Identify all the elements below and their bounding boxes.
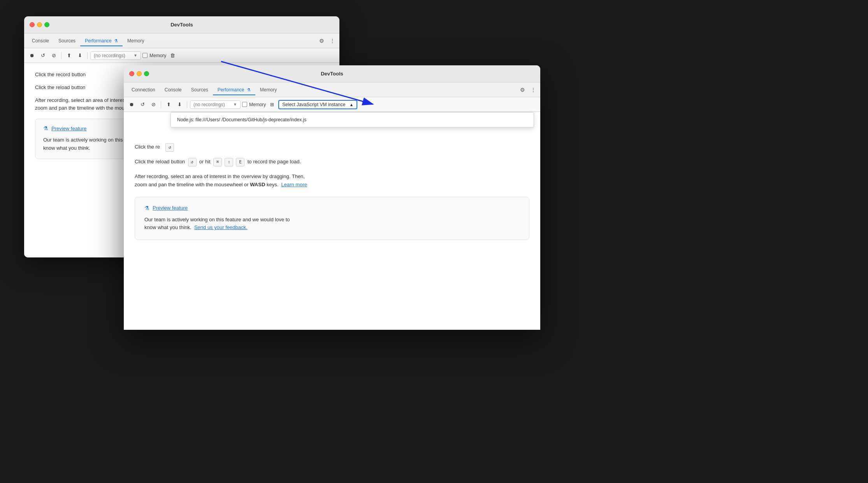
tab-performance-bg[interactable]: Performance ⚗ — [80, 36, 123, 46]
titlebar-bg: DevTools — [24, 16, 339, 33]
toolbar-fg: ⏺ ↺ ⊘ ⬆ ⬇ (no recordings) ▼ Memory ⊞ Sel… — [124, 97, 540, 112]
feedback-link[interactable]: Send us your feedback. — [194, 224, 248, 230]
minimize-button-fg[interactable] — [137, 71, 142, 76]
preview-text-fg: Our team is actively working on this fea… — [144, 216, 520, 232]
titlebar-fg: DevTools — [124, 65, 540, 82]
separator-2-bg — [87, 52, 88, 59]
tab-console-fg[interactable]: Console — [160, 85, 186, 95]
preview-flask-icon-fg: ⚗ — [144, 205, 149, 211]
separator-1-bg — [61, 52, 61, 59]
cancel-button-bg[interactable]: ⊘ — [49, 51, 58, 60]
tab-memory-fg[interactable]: Memory — [255, 85, 281, 95]
preview-title-bg[interactable]: Preview feature — [51, 126, 86, 131]
more-icon-bg[interactable]: ⋮ — [329, 37, 336, 45]
tab-sources-bg[interactable]: Sources — [54, 36, 80, 46]
dropdown-arrow-fg: ▼ — [233, 102, 237, 107]
content-fg: Click the re ↺ Click the reload button ↺… — [124, 112, 540, 330]
tabbar-right-fg: ⚙ ⋮ — [518, 86, 537, 94]
memory-checkbox-fg[interactable]: Memory — [242, 102, 266, 107]
vm-arrow-icon: ▲ — [349, 102, 353, 107]
vm-select-button[interactable]: Select JavaScript VM instance ▲ — [278, 100, 357, 109]
recordings-dropdown-bg[interactable]: (no recordings) ▼ — [90, 51, 141, 60]
maximize-button-bg[interactable] — [44, 22, 49, 27]
preview-title-fg[interactable]: Preview feature — [153, 205, 188, 211]
flask-icon-performance-fg: ⚗ — [247, 88, 251, 92]
separator-2-fg — [187, 101, 187, 108]
kbd-reload-fg: ↺ — [165, 143, 174, 152]
tabbar-fg: Connection Console Sources Performance ⚗… — [124, 82, 540, 97]
instruction-1-fg: Click the re ↺ — [135, 143, 529, 152]
more-icon-fg[interactable]: ⋮ — [529, 86, 537, 94]
toolbar-wrapper-fg: ⏺ ↺ ⊘ ⬆ ⬇ (no recordings) ▼ Memory ⊞ Sel… — [124, 97, 540, 112]
upload-button-fg[interactable]: ⬆ — [164, 100, 173, 109]
checkbox-fg[interactable] — [242, 102, 247, 107]
tab-connection-fg[interactable]: Connection — [127, 85, 160, 95]
toolbar-bg: ⏺ ↺ ⊘ ⬆ ⬇ (no recordings) ▼ Memory 🗑 — [24, 48, 339, 63]
memory-checkbox-bg[interactable]: Memory — [142, 53, 166, 58]
download-button-bg[interactable]: ⬇ — [75, 51, 84, 60]
tab-memory-bg[interactable]: Memory — [123, 36, 149, 46]
record-button-fg[interactable]: ⏺ — [127, 100, 136, 109]
traffic-lights-fg — [129, 71, 149, 76]
preview-header-fg: ⚗ Preview feature — [144, 205, 520, 211]
upload-button-bg[interactable]: ⬆ — [64, 51, 74, 60]
preview-box-fg: ⚗ Preview feature Our team is actively w… — [135, 197, 529, 240]
tabbar-bg: Console Sources Performance ⚗ Memory ⚙ ⋮ — [24, 33, 339, 48]
separator-1-fg — [161, 101, 161, 108]
window-title-fg: DevTools — [321, 71, 343, 77]
cancel-button-fg[interactable]: ⊘ — [149, 100, 158, 109]
tab-console-bg[interactable]: Console — [27, 36, 54, 46]
close-button-fg[interactable] — [129, 71, 134, 76]
window-title-bg: DevTools — [170, 22, 193, 28]
maximize-button-fg[interactable] — [144, 71, 149, 76]
instruction-2-fg: Click the reload button ↺ or hit ⌘ ⇧ E t… — [135, 158, 529, 166]
kbd-shortcut-fg: ↺ — [188, 158, 197, 166]
kbd-e-fg: E — [236, 158, 244, 166]
gear-icon-fg[interactable]: ⚙ — [518, 86, 526, 94]
record-button-bg[interactable]: ⏺ — [27, 51, 37, 60]
reload-button-fg[interactable]: ↺ — [138, 100, 147, 109]
devtools-body-fg: Connection Console Sources Performance ⚗… — [124, 82, 540, 330]
instruction-3-fg: After recording, select an area of inter… — [135, 173, 529, 189]
tabbar-right-bg: ⚙ ⋮ — [318, 37, 336, 45]
flask-icon-bg: ⚗ — [114, 38, 118, 43]
tab-performance-fg[interactable]: Performance ⚗ — [213, 85, 255, 95]
recordings-dropdown-fg[interactable]: (no recordings) ▼ — [190, 100, 241, 109]
traffic-lights-bg — [30, 22, 49, 27]
preview-flask-icon-bg: ⚗ — [43, 125, 48, 131]
vm-dropdown-menu[interactable]: Node.js: file:///Users/ /Documents/GitHu… — [170, 112, 534, 128]
close-button-bg[interactable] — [30, 22, 35, 27]
vm-dropdown-item[interactable]: Node.js: file:///Users/ /Documents/GitHu… — [171, 114, 534, 126]
checkbox-bg[interactable] — [142, 53, 148, 58]
gear-icon-bg[interactable]: ⚙ — [318, 37, 325, 45]
tab-sources-fg[interactable]: Sources — [186, 85, 213, 95]
dropdown-arrow-bg: ▼ — [134, 53, 137, 58]
download-button-fg[interactable]: ⬇ — [175, 100, 184, 109]
minimize-button-bg[interactable] — [37, 22, 42, 27]
delete-button-bg[interactable]: 🗑 — [168, 51, 177, 60]
kbd-cmd-fg: ⌘ — [213, 158, 222, 166]
snapshot-button-fg[interactable]: ⊞ — [267, 100, 277, 109]
reload-button-bg[interactable]: ↺ — [38, 51, 47, 60]
kbd-shift-fg: ⇧ — [225, 158, 233, 166]
devtools-foreground-window: DevTools Connection Console Sources Perf… — [124, 65, 540, 330]
learn-more-link[interactable]: Learn more — [281, 182, 307, 187]
